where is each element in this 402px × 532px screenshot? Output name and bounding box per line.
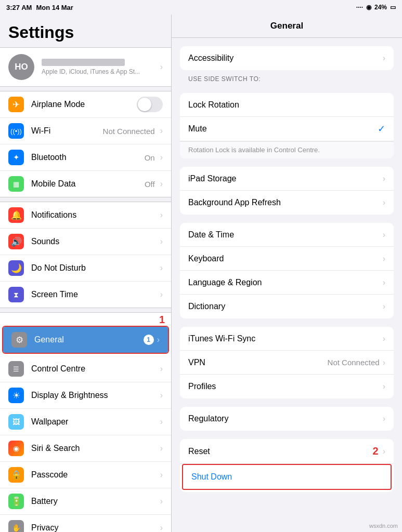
- panel-title: General: [270, 21, 303, 31]
- display-icon: ☀: [8, 388, 24, 403]
- display-chevron: ›: [160, 391, 163, 400]
- panel-group-locale: Date & Time › Keyboard › Language & Regi…: [180, 223, 394, 318]
- sidebar-item-battery[interactable]: 🔋 Battery ›: [0, 488, 171, 515]
- sidebar-item-sounds[interactable]: 🔊 Sounds ›: [0, 229, 171, 255]
- siri-label: Siri & Search: [31, 444, 158, 453]
- accessibility-label: Accessibility: [188, 54, 383, 63]
- profile-info: Apple ID, iCloud, iTunes & App St...: [42, 59, 158, 75]
- ipadstorage-label: iPad Storage: [188, 174, 383, 183]
- profile-row[interactable]: HO Apple ID, iCloud, iTunes & App St... …: [0, 47, 171, 87]
- step1-container: 1: [0, 313, 171, 326]
- donotdisturb-chevron: ›: [160, 263, 163, 273]
- panel-header: General: [172, 15, 402, 38]
- settings-group-system: 1 ⚙ General 1 › ☰ Control Centre › ☀ Dis…: [0, 312, 171, 532]
- panel-row-profiles[interactable]: Profiles ›: [180, 375, 394, 398]
- wallpaper-chevron: ›: [160, 417, 163, 427]
- panel-row-ipadstorage[interactable]: iPad Storage ›: [180, 167, 394, 191]
- panel-row-datetime[interactable]: Date & Time ›: [180, 223, 394, 247]
- battery-icon: ▭: [390, 4, 396, 11]
- panel-row-keyboard[interactable]: Keyboard ›: [180, 247, 394, 271]
- panel-group-storage: iPad Storage › Background App Refresh ›: [180, 167, 394, 215]
- dictionary-chevron: ›: [383, 302, 385, 311]
- airplane-icon: ✈: [8, 97, 24, 112]
- settings-title: Settings: [0, 15, 171, 47]
- bluetooth-label: Bluetooth: [31, 153, 145, 162]
- general-icon: ⚙: [11, 332, 27, 348]
- general-badge: 1: [144, 335, 154, 345]
- sidebar-item-mobiledata[interactable]: ▦ Mobile Data Off ›: [0, 171, 171, 197]
- panel-row-mute[interactable]: Mute ✓: [180, 117, 394, 141]
- datetime-chevron: ›: [383, 230, 385, 240]
- panel-row-dictionary[interactable]: Dictionary ›: [180, 295, 394, 318]
- airplane-label: Airplane Mode: [31, 100, 137, 109]
- panel-row-regulatory[interactable]: Regulatory ›: [180, 407, 394, 431]
- right-panel: General Accessibility › USE SIDE SWITCH …: [172, 15, 402, 532]
- section-label-sideswitch: USE SIDE SWITCH TO:: [172, 70, 402, 85]
- location-icon: ◉: [366, 4, 371, 11]
- screentime-chevron: ›: [160, 290, 163, 299]
- airplane-toggle[interactable]: [137, 97, 163, 112]
- wallpaper-label: Wallpaper: [31, 417, 158, 427]
- settings-group-alerts: 🔔 Notifications › 🔊 Sounds › 🌙 Do Not Di…: [0, 202, 171, 308]
- bgapprefresh-chevron: ›: [383, 198, 385, 207]
- panel-group-reset: Reset 2 › Shut Down: [180, 439, 394, 492]
- sidebar-item-bluetooth[interactable]: ✦ Bluetooth On ›: [0, 144, 171, 171]
- sidebar-item-controlcentre[interactable]: ☰ Control Centre ›: [0, 356, 171, 382]
- general-label: General: [34, 335, 144, 344]
- settings-group-connectivity: ✈ Airplane Mode ((•)) Wi-Fi Not Connecte…: [0, 91, 171, 197]
- panel-row-accessibility[interactable]: Accessibility ›: [180, 46, 394, 70]
- ituneswifisync-chevron: ›: [383, 334, 385, 343]
- panel-row-shutdown[interactable]: Shut Down: [183, 465, 391, 489]
- bottom-spacer: [172, 492, 402, 502]
- avatar: HO: [8, 54, 34, 80]
- passcode-icon: 🔒: [8, 467, 24, 483]
- vpn-value: Not Connected: [328, 358, 380, 367]
- sidebar-item-notifications[interactable]: 🔔 Notifications ›: [0, 202, 171, 229]
- sidebar-item-passcode[interactable]: 🔒 Passcode ›: [0, 462, 171, 488]
- sidebar-item-screentime[interactable]: ⧗ Screen Time ›: [0, 282, 171, 308]
- bluetooth-chevron: ›: [160, 153, 163, 162]
- panel-row-lockrotation[interactable]: Lock Rotation: [180, 93, 394, 117]
- vpn-chevron: ›: [383, 358, 385, 367]
- panel-row-language[interactable]: Language & Region ›: [180, 271, 394, 295]
- bluetooth-icon: ✦: [8, 150, 24, 165]
- sidebar-item-wifi[interactable]: ((•)) Wi-Fi Not Connected ›: [0, 118, 171, 144]
- accessibility-chevron: ›: [383, 54, 385, 63]
- step2-label: 2: [373, 445, 379, 457]
- battery-chevron: ›: [160, 497, 163, 506]
- panel-row-reset[interactable]: Reset 2 ›: [180, 439, 394, 464]
- panel-row-vpn[interactable]: VPN Not Connected ›: [180, 351, 394, 375]
- reset-shutdown-container: Reset 2 › Shut Down: [172, 439, 402, 492]
- panel-row-ituneswifisync[interactable]: iTunes Wi-Fi Sync ›: [180, 327, 394, 351]
- sidebar-item-general[interactable]: ⚙ General 1 ›: [3, 327, 168, 353]
- sidebar-item-wallpaper[interactable]: 🖼 Wallpaper ›: [0, 409, 171, 435]
- mobiledata-chevron: ›: [160, 179, 163, 189]
- battery-label: Battery: [31, 497, 158, 506]
- regulatory-label: Regulatory: [188, 414, 383, 423]
- rotation-note-text: Rotation Lock is available in Control Ce…: [188, 146, 320, 154]
- panel-row-bgapprefresh[interactable]: Background App Refresh ›: [180, 191, 394, 215]
- wifi-icon: ((•)): [8, 123, 24, 139]
- battery-text: 24%: [374, 4, 387, 11]
- sidebar-item-privacy[interactable]: ✋ Privacy ›: [0, 515, 171, 532]
- mobiledata-value: Off: [145, 180, 155, 189]
- wifi-label: Wi-Fi: [31, 126, 103, 136]
- panel-group-connectivity: iTunes Wi-Fi Sync › VPN Not Connected › …: [180, 327, 394, 398]
- bgapprefresh-label: Background App Refresh: [188, 198, 383, 207]
- privacy-chevron: ›: [160, 523, 163, 532]
- notifications-label: Notifications: [31, 210, 158, 220]
- wifi-chevron: ›: [160, 126, 163, 136]
- sidebar-item-airplane[interactable]: ✈ Airplane Mode: [0, 91, 171, 118]
- controlcentre-icon: ☰: [8, 361, 24, 377]
- sidebar-item-donotdisturb[interactable]: 🌙 Do Not Disturb ›: [0, 255, 171, 282]
- profile-name-blur: [42, 59, 125, 66]
- date: Mon 14 Mar: [36, 4, 73, 11]
- sidebar-item-display[interactable]: ☀ Display & Brightness ›: [0, 382, 171, 409]
- rotation-note: Rotation Lock is available in Control Ce…: [180, 141, 394, 158]
- general-chevron: ›: [157, 335, 160, 344]
- general-highlight: ⚙ General 1 ›: [2, 326, 169, 354]
- lockrotation-label: Lock Rotation: [188, 100, 385, 110]
- datetime-label: Date & Time: [188, 230, 383, 240]
- sidebar-item-siri[interactable]: ◉ Siri & Search ›: [0, 435, 171, 462]
- language-chevron: ›: [383, 278, 385, 287]
